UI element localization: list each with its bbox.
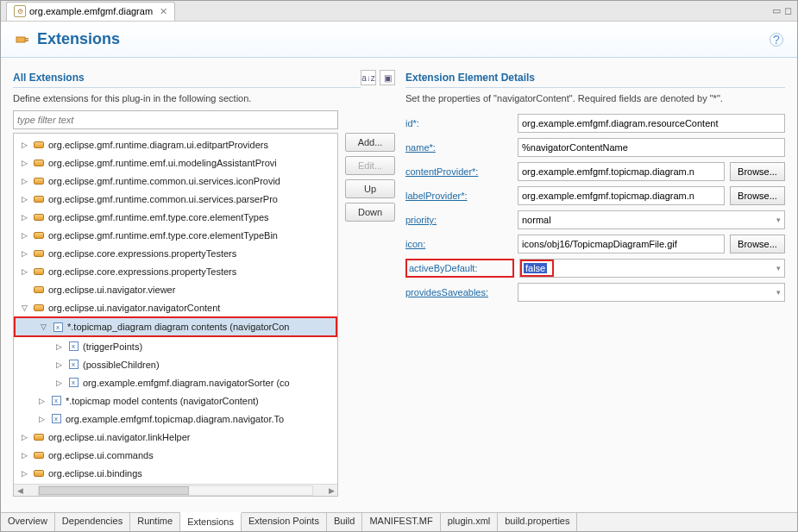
editor-tab-bar: ⚙ org.example.emfgmf.diagram ✕ ▭ ◻ [1, 1, 797, 22]
expand-icon[interactable]: ▷ [36, 415, 47, 423]
expand-icon[interactable]: ▷ [19, 141, 29, 149]
sort-az-icon[interactable]: a↓z [361, 70, 376, 85]
expand-icon[interactable]: ▷ [19, 433, 29, 441]
maximize-icon[interactable]: ◻ [784, 5, 792, 16]
tree-row[interactable]: ▷x(possibleChildren) [14, 355, 337, 373]
priority-label[interactable]: priority: [405, 215, 512, 225]
help-icon[interactable]: ? [770, 33, 783, 47]
tree-row[interactable]: ▷org.eclipse.core.expressions.propertyTe… [14, 262, 337, 280]
tree-row[interactable]: ▽x*.topicmap_diagram diagram contents (n… [14, 316, 337, 337]
tree-label: (triggerPoints) [83, 341, 142, 352]
extension-point-icon [33, 193, 45, 205]
bottom-tab-build[interactable]: Build [327, 513, 362, 531]
providessaveables-label[interactable]: providesSaveables: [405, 287, 512, 297]
expand-icon[interactable]: ▷ [19, 213, 29, 222]
extension-point-icon [33, 284, 45, 296]
tree-label: org.eclipse.gmf.runtime.emf.type.core.el… [48, 230, 278, 241]
bottom-tabs: OverviewDependenciesRuntimeExtensionsExt… [1, 512, 797, 531]
horizontal-scrollbar[interactable]: ◀ ▶ [14, 484, 337, 496]
name-label[interactable]: name*: [405, 142, 512, 153]
tree-label: (possibleChildren) [83, 360, 160, 370]
close-icon[interactable]: ✕ [160, 6, 167, 17]
tree-row[interactable]: ▷xorg.example.emfgmf.topicmap.diagram.na… [14, 410, 337, 428]
bottom-tab-extensions[interactable]: Extensions [180, 512, 242, 531]
tree-row[interactable]: ▷org.eclipse.gmf.runtime.common.ui.servi… [14, 190, 337, 208]
tree-row[interactable]: ▷org.eclipse.gmf.runtime.diagram.ui.edit… [14, 135, 337, 153]
expand-icon[interactable]: ▽ [38, 322, 48, 331]
browse-button[interactable]: Browse... [730, 162, 785, 181]
icon-field[interactable] [518, 235, 725, 253]
tree-label: org.eclipse.gmf.runtime.common.ui.servic… [48, 194, 278, 204]
tree-row[interactable]: ▷org.eclipse.gmf.runtime.emf.type.core.e… [14, 208, 337, 226]
expand-icon[interactable]: ▷ [19, 267, 29, 276]
expand-icon[interactable]: ▷ [19, 195, 29, 203]
expand-icon[interactable]: ▷ [19, 177, 29, 185]
expand-icon[interactable]: ▷ [19, 159, 29, 167]
svg-rect-0 [16, 37, 25, 42]
tree-label: org.eclipse.gmf.runtime.emf.ui.modelingA… [48, 158, 277, 168]
expand-icon[interactable]: ▷ [19, 469, 29, 478]
bottom-tab-runtime[interactable]: Runtime [130, 513, 180, 531]
extension-point-icon [33, 211, 45, 223]
tree-row[interactable]: ▷org.eclipse.ui.navigator.linkHelper [14, 428, 337, 446]
activebydefault-select[interactable]: false ▾ [519, 259, 785, 278]
tree-label: org.eclipse.gmf.runtime.diagram.ui.editp… [48, 140, 268, 150]
icon-label[interactable]: icon: [405, 239, 512, 249]
tree-row[interactable]: ▷org.eclipse.core.expressions.propertyTe… [14, 244, 337, 262]
extension-point-icon [33, 449, 45, 461]
extension-point-icon [33, 467, 45, 479]
tree-row[interactable]: ▷org.eclipse.ui.commands [14, 446, 337, 464]
extension-point-icon [33, 229, 45, 241]
minimize-icon[interactable]: ▭ [772, 5, 781, 16]
providessaveables-select[interactable]: ▾ [518, 283, 785, 302]
id-field[interactable] [518, 114, 785, 133]
extensions-icon [15, 32, 30, 47]
contentprovider-field[interactable] [518, 162, 725, 181]
expand-icon[interactable]: ▷ [19, 249, 29, 258]
bottom-tab-manifest-mf[interactable]: MANIFEST.MF [362, 513, 440, 531]
bottom-tab-extension-points[interactable]: Extension Points [242, 513, 327, 531]
tree-row[interactable]: ▷org.eclipse.ui.bindings [14, 464, 337, 482]
browse-button[interactable]: Browse... [730, 186, 785, 205]
expand-icon[interactable]: ▷ [53, 342, 64, 351]
details-subtitle: Set the properties of "navigatorContent"… [405, 93, 785, 103]
expand-icon[interactable]: ▷ [36, 397, 47, 405]
extension-point-icon [33, 302, 45, 314]
bottom-tab-plugin-xml[interactable]: plugin.xml [441, 513, 499, 531]
name-field[interactable] [518, 138, 785, 157]
browse-button[interactable]: Browse... [730, 235, 785, 253]
edit-button[interactable]: Edit... [345, 156, 395, 175]
extensions-tree[interactable]: ▷org.eclipse.gmf.runtime.diagram.ui.edit… [13, 133, 338, 497]
collapse-all-icon[interactable]: ▣ [380, 70, 395, 85]
tree-row[interactable]: ▷org.eclipse.gmf.runtime.common.ui.servi… [14, 172, 337, 190]
expand-icon[interactable]: ▷ [53, 379, 64, 387]
editor-tab[interactable]: ⚙ org.example.emfgmf.diagram ✕ [6, 2, 175, 21]
labelprovider-label[interactable]: labelProvider*: [405, 191, 512, 201]
expand-icon[interactable]: ▷ [53, 360, 64, 369]
tree-row[interactable]: ▷org.eclipse.gmf.runtime.emf.ui.modeling… [14, 153, 337, 172]
plugin-file-icon: ⚙ [14, 5, 26, 17]
down-button[interactable]: Down [345, 203, 395, 222]
tree-row[interactable]: org.eclipse.ui.navigator.viewer [14, 280, 337, 298]
tree-row[interactable]: ▷org.eclipse.gmf.runtime.emf.type.core.e… [14, 226, 337, 244]
labelprovider-field[interactable] [518, 186, 725, 205]
tree-row[interactable]: ▽org.eclipse.ui.navigator.navigatorConte… [14, 298, 337, 316]
bottom-tab-overview[interactable]: Overview [1, 513, 55, 531]
editor-toolbar-right: ▭ ◻ [772, 5, 792, 16]
up-button[interactable]: Up [345, 179, 395, 198]
activebydefault-label[interactable]: activeByDefault: [409, 263, 511, 273]
contentprovider-label[interactable]: contentProvider*: [405, 166, 512, 177]
priority-select[interactable]: normal▾ [518, 210, 785, 229]
bottom-tab-dependencies[interactable]: Dependencies [55, 513, 130, 531]
tree-row[interactable]: ▷xorg.example.emfgmf.diagram.navigatorSo… [14, 373, 337, 391]
details-title: Extension Element Details [405, 68, 785, 88]
bottom-tab-build-properties[interactable]: build.properties [498, 513, 577, 531]
tree-row[interactable]: ▷x*.topicmap model contents (navigatorCo… [14, 391, 337, 410]
element-icon: x [50, 413, 62, 425]
add-button[interactable]: Add... [345, 133, 395, 152]
filter-input[interactable] [13, 110, 338, 129]
expand-icon[interactable]: ▷ [19, 231, 29, 240]
expand-icon[interactable]: ▽ [19, 304, 29, 312]
tree-row[interactable]: ▷x(triggerPoints) [14, 337, 337, 355]
expand-icon[interactable]: ▷ [19, 451, 29, 460]
